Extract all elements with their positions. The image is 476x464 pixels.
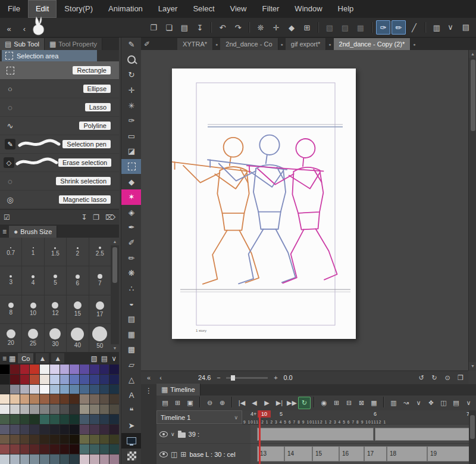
palette-dropdown-icon[interactable]: ∨ [111, 354, 117, 363]
pen-pressure-icon[interactable]: ✑ [376, 20, 390, 35]
color-swatch[interactable] [60, 415, 70, 424]
color-swatch[interactable] [60, 404, 70, 414]
color-swatch[interactable] [70, 375, 79, 384]
visibility-eye-icon[interactable] [159, 451, 168, 457]
color-swatch[interactable] [60, 394, 70, 404]
tab-sub-tool[interactable]: ▤ Sub Tool [0, 38, 45, 50]
document-tab-2[interactable]: 2nd_dance - Co [220, 38, 278, 50]
cel-span[interactable]: 19 [427, 446, 475, 462]
color-swatch[interactable] [109, 365, 119, 374]
color-swatch[interactable] [100, 415, 109, 424]
loop-button[interactable]: ↻ [298, 397, 311, 409]
rotate-ccw-icon[interactable]: ↺ [417, 373, 425, 382]
selection-border-icon[interactable]: ▩ [353, 20, 368, 35]
blend-tool[interactable]: ◆ [121, 174, 142, 189]
color-swatch[interactable] [90, 425, 99, 434]
sub-tool-selection-pen[interactable]: ✎Selection pen [0, 135, 119, 154]
brush-size-option[interactable]: 5 [45, 266, 66, 294]
color-swatch[interactable] [0, 454, 10, 464]
color-swatch[interactable] [80, 444, 89, 454]
toolbar-options-icon[interactable]: ∨ [443, 20, 458, 34]
folder-cel-span[interactable] [375, 428, 474, 441]
color-swatch[interactable] [50, 425, 60, 434]
color-swatch[interactable] [100, 385, 109, 394]
menu-window[interactable]: Window [287, 0, 330, 18]
timeline-menu-icon[interactable]: ▤ [450, 397, 462, 409]
expand-caret-icon[interactable]: ∨ [171, 431, 175, 437]
timeline-menu-dropdown[interactable]: ∨ [462, 397, 475, 409]
cel-span[interactable]: 14 [284, 446, 312, 462]
color-swatch[interactable] [109, 385, 119, 394]
color-swatch[interactable] [30, 435, 39, 444]
color-swatch[interactable] [60, 454, 70, 464]
color-swatch[interactable] [90, 365, 99, 374]
menu-file[interactable]: File [0, 0, 28, 18]
zoom-slider[interactable] [226, 377, 268, 379]
hamburger-icon[interactable]: ≡ [2, 354, 7, 363]
color-swatch[interactable] [100, 375, 109, 384]
color-swatch[interactable] [50, 385, 60, 394]
color-swatch[interactable] [109, 415, 119, 424]
color-swatch[interactable] [10, 415, 20, 424]
color-swatch[interactable] [40, 385, 49, 394]
delete-icon[interactable]: ⌦ [105, 213, 115, 222]
brush-size-option[interactable]: 40 [67, 324, 88, 352]
color-swatch[interactable] [60, 435, 70, 444]
color-swatch[interactable] [20, 454, 30, 464]
color-swatch[interactable] [70, 394, 79, 404]
color-swatch[interactable] [80, 385, 89, 394]
color-swatch[interactable] [20, 444, 30, 454]
menu-help[interactable]: Help [330, 0, 362, 18]
color-swatch[interactable] [70, 425, 79, 434]
color-swatch[interactable] [60, 444, 70, 454]
color-swatch[interactable] [20, 404, 30, 414]
move-tool[interactable]: ✛ [121, 83, 142, 98]
menu-view[interactable]: View [223, 0, 255, 18]
rotate-view-tool[interactable]: ↻ [121, 67, 142, 83]
color-swatch[interactable] [10, 375, 20, 384]
figure-tool[interactable]: ▱ [121, 357, 142, 372]
snap-ruler-icon[interactable]: ✛ [269, 20, 283, 35]
camera-icon[interactable]: ◫ [437, 397, 450, 409]
color-swatch[interactable] [40, 375, 49, 384]
brush-size-option[interactable]: 0.7 [0, 238, 21, 266]
palette-menu-icon[interactable]: ▤ [101, 354, 108, 363]
color-swatch[interactable] [20, 365, 30, 374]
panel-handle-icon[interactable]: ⋮ [145, 387, 152, 395]
color-swatch[interactable] [10, 394, 20, 404]
timeline-vertical-scrollbar[interactable] [469, 410, 476, 464]
color-swatch[interactable] [0, 375, 10, 384]
canvas-page[interactable]: 1 story [172, 68, 356, 339]
color-swatch[interactable] [0, 435, 10, 444]
color-swatch[interactable] [100, 444, 109, 454]
zoom-out-button[interactable]: − [214, 373, 223, 382]
timeline-playhead[interactable] [259, 410, 261, 464]
snap-grid-icon[interactable]: ⊞ [300, 20, 314, 35]
deselect-icon[interactable]: ▧ [322, 20, 337, 35]
hamburger-icon[interactable]: ≡ [2, 228, 7, 236]
color-swatch[interactable] [30, 375, 39, 384]
color-swatch[interactable] [20, 394, 30, 404]
menu-layer[interactable]: Layer [151, 0, 186, 18]
color-swatch[interactable] [90, 375, 99, 384]
tab-color-set[interactable]: Co [18, 353, 33, 363]
color-swatch[interactable] [80, 435, 89, 444]
folder-cel-span[interactable] [257, 428, 374, 441]
color-swatch[interactable] [70, 435, 79, 444]
delete-cel-icon[interactable]: ⊠ [355, 397, 368, 409]
tab-timeline[interactable]: ▦ Timeline [156, 384, 201, 396]
color-swatch[interactable] [40, 444, 49, 454]
light-table-icon[interactable]: ▥ [387, 397, 400, 409]
color-swatch[interactable] [20, 385, 30, 394]
color-swatch[interactable] [40, 454, 49, 464]
undo-icon[interactable]: ↶ [215, 20, 230, 35]
brush-size-option[interactable]: 3 [0, 266, 21, 294]
color-swatch[interactable] [80, 375, 89, 384]
brush-size-option[interactable]: 12 [45, 295, 66, 323]
color-swatch[interactable] [20, 425, 30, 434]
open-file-icon[interactable]: ▤ [177, 20, 192, 35]
palette-dock-icon[interactable]: ▤ [159, 397, 171, 409]
grid-icon[interactable]: ▦ [9, 354, 15, 363]
brush-size-option[interactable]: 4 [22, 266, 43, 294]
brush-size-option[interactable]: 50 [89, 324, 111, 352]
